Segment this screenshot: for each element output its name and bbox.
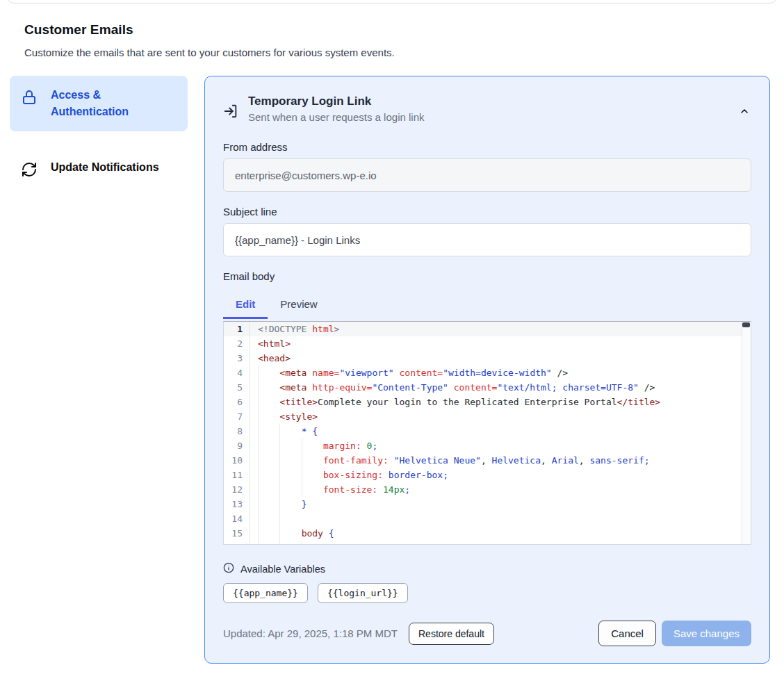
- code-editor-lines: 1<!DOCTYPE html>2<html>3<head>4 <meta na…: [224, 322, 751, 545]
- panel-title: Temporary Login Link: [248, 95, 424, 108]
- line-number: 14: [224, 511, 250, 526]
- editor-scrollbar-track[interactable]: [742, 322, 751, 544]
- page-subtitle: Customize the emails that are sent to yo…: [24, 47, 784, 58]
- lock-icon: [21, 87, 38, 108]
- sidebar-item-label: Update Notifications: [51, 159, 159, 176]
- subject-line-input[interactable]: [223, 223, 751, 256]
- code-line: 16 background-color: #ffffff;: [224, 541, 751, 545]
- code-line: 11 box-sizing: border-box;: [224, 468, 751, 482]
- subject-line-label: Subject line: [223, 206, 751, 218]
- line-number: 3: [224, 351, 250, 366]
- from-address-input: [223, 158, 751, 192]
- available-variables-label: Available Variables: [240, 564, 325, 575]
- line-number: 10: [224, 453, 250, 468]
- previous-card-bottom-edge: [7, 0, 777, 3]
- line-number: 5: [224, 380, 250, 395]
- code-line: 7 <style>: [224, 409, 751, 424]
- main-layout: Access & Authentication Update Notificat…: [10, 76, 770, 664]
- line-number: 8: [224, 424, 250, 438]
- line-number: 16: [224, 541, 250, 545]
- refresh-icon: [21, 159, 38, 181]
- from-address-label: From address: [223, 141, 751, 153]
- code-line: 9 margin: 0;: [224, 438, 751, 453]
- code-line: 13 }: [224, 497, 751, 511]
- restore-default-button[interactable]: Restore default: [409, 623, 494, 645]
- log-in-icon: [223, 104, 238, 123]
- tab-edit[interactable]: Edit: [223, 292, 268, 319]
- line-number: 12: [224, 482, 250, 497]
- code-line: 14: [224, 511, 751, 526]
- code-line: 2<html>: [224, 336, 751, 351]
- info-icon: [223, 562, 234, 576]
- line-number: 11: [224, 468, 250, 482]
- line-number: 6: [224, 395, 250, 409]
- code-line: 15 body {: [224, 526, 751, 541]
- variable-chip-app-name[interactable]: {{app_name}}: [223, 583, 308, 603]
- code-editor[interactable]: 1<!DOCTYPE html>2<html>3<head>4 <meta na…: [223, 321, 751, 545]
- line-number: 9: [224, 438, 250, 453]
- available-variables-header: Available Variables: [223, 562, 751, 576]
- sidebar-item-label: Access & Authentication: [51, 87, 177, 120]
- variable-chip-login-url[interactable]: {{login_url}}: [318, 583, 408, 603]
- chevron-up-icon: [739, 108, 750, 119]
- line-number: 15: [224, 526, 250, 541]
- line-number: 4: [224, 366, 250, 380]
- panel-header: Temporary Login Link Sent when a user re…: [223, 95, 751, 123]
- updated-timestamp: Updated: Apr 29, 2025, 1:18 PM MDT: [223, 627, 398, 639]
- panel-footer: Updated: Apr 29, 2025, 1:18 PM MDT Resto…: [223, 621, 751, 646]
- sidebar-item-update-notifications[interactable]: Update Notifications: [10, 148, 188, 192]
- sidebar-item-access-authentication[interactable]: Access & Authentication: [10, 76, 188, 131]
- code-line: 12 font-size: 14px;: [224, 482, 751, 497]
- email-types-sidebar: Access & Authentication Update Notificat…: [10, 76, 188, 192]
- page-title: Customer Emails: [24, 22, 784, 38]
- code-line: 3<head>: [224, 351, 751, 366]
- code-line: 4 <meta name="viewport" content="width=d…: [224, 366, 751, 380]
- email-body-label: Email body: [223, 270, 751, 282]
- code-line: 6 <title>Complete your login to the Repl…: [224, 395, 751, 409]
- code-line: 5 <meta http-equiv="Content-Type" conten…: [224, 380, 751, 395]
- temporary-login-link-panel: Temporary Login Link Sent when a user re…: [204, 76, 770, 664]
- code-line: 10 font-family: "Helvetica Neue", Helvet…: [224, 453, 751, 468]
- line-number: 13: [224, 497, 250, 511]
- line-number: 1: [224, 322, 250, 336]
- tab-preview[interactable]: Preview: [268, 292, 329, 319]
- line-number: 7: [224, 409, 250, 424]
- line-number: 2: [224, 336, 250, 351]
- cancel-button[interactable]: Cancel: [598, 621, 656, 646]
- editor-scrollbar-thumb[interactable]: [742, 322, 750, 327]
- panel-header-text: Temporary Login Link Sent when a user re…: [248, 95, 424, 123]
- panel-subtitle: Sent when a user requests a login link: [248, 111, 424, 123]
- save-changes-button[interactable]: Save changes: [662, 621, 751, 646]
- email-body-tabs: Edit Preview: [223, 292, 751, 319]
- variable-chips: {{app_name}} {{login_url}}: [223, 583, 751, 603]
- code-line: 8 * {: [224, 424, 751, 438]
- collapse-section-button[interactable]: [737, 101, 751, 123]
- code-line: 1<!DOCTYPE html>: [224, 322, 751, 336]
